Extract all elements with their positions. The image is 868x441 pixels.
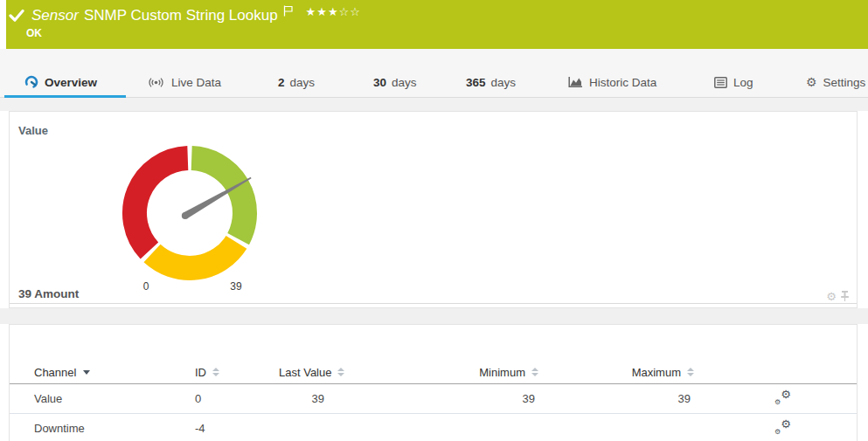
sort-icon <box>212 368 219 376</box>
tab-2-days[interactable]: 2 days <box>278 72 315 92</box>
column-header-last-value-label: Last Value <box>279 366 331 379</box>
tab-log[interactable]: Log <box>714 72 753 92</box>
column-header-channel[interactable]: Channel <box>10 366 195 379</box>
column-header-minimum-label: Minimum <box>479 366 525 379</box>
status-check-icon <box>9 8 24 24</box>
tab-bar: Overview Live Data 2 days 30 days 365 da… <box>0 49 868 98</box>
pin-icon[interactable] <box>840 290 850 302</box>
gauge-channel-title: Value <box>18 124 48 137</box>
table-header-row: Channel ID Last Value Minimum Maximum <box>10 361 857 384</box>
column-header-id[interactable]: ID <box>195 366 279 379</box>
channel-name: Value <box>10 392 195 405</box>
tab-settings[interactable]: ⚙ Settings <box>806 72 865 92</box>
gauge-settings-gear-icon[interactable]: ⚙ <box>826 291 837 302</box>
tab-log-label: Log <box>733 76 753 89</box>
tab-30-days[interactable]: 30 days <box>373 72 417 92</box>
channel-id: -4 <box>195 422 279 435</box>
tab-overview-label: Overview <box>45 76 97 89</box>
overview-gauge-panel: Value 0 39 39 Amount ⚙ <box>9 111 858 308</box>
gauge-segment-yellow <box>152 242 236 268</box>
channel-name: Downtime <box>10 422 195 435</box>
stars-empty: ☆☆ <box>339 5 361 18</box>
channel-maximum: 39 <box>538 392 694 405</box>
sensor-status-header: Sensor SNMP Custom String Lookup ★★★☆☆ O… <box>6 0 868 49</box>
table-row: Value 0 39 39 39 ⚙ ⚙ <box>10 384 857 414</box>
area-chart-icon <box>568 76 583 88</box>
sort-icon <box>337 368 344 376</box>
tab-overview[interactable]: Overview <box>24 72 97 92</box>
tab-365-days-number: 365 <box>466 76 486 89</box>
column-header-maximum-label: Maximum <box>632 366 681 379</box>
object-type-label: Sensor <box>31 7 79 24</box>
tab-2-days-number: 2 <box>278 76 285 89</box>
tab-365-days[interactable]: 365 days <box>466 72 516 92</box>
column-header-minimum[interactable]: Minimum <box>359 366 538 379</box>
tab-historic-data-label: Historic Data <box>589 76 656 89</box>
priority-flag-icon[interactable] <box>283 4 294 20</box>
gauge-segment-red <box>135 158 188 251</box>
broadcast-icon <box>147 76 165 89</box>
channels-table-panel: Channel ID Last Value Minimum Maximum <box>9 324 858 441</box>
tab-2-days-label: days <box>290 76 316 89</box>
divider <box>10 303 857 304</box>
tab-settings-label: Settings <box>823 76 866 89</box>
sort-desc-icon <box>83 370 90 375</box>
gear-icon: ⚙ <box>806 75 817 89</box>
gauge-icon <box>24 75 38 89</box>
tab-live-data[interactable]: Live Data <box>147 72 221 92</box>
priority-stars[interactable]: ★★★☆☆ <box>306 5 361 18</box>
gauge-scale-min: 0 <box>133 280 159 293</box>
tab-30-days-label: days <box>392 76 417 89</box>
column-header-id-label: ID <box>195 366 206 379</box>
tab-30-days-number: 30 <box>373 76 386 89</box>
value-gauge <box>115 139 264 287</box>
sensor-title: SNMP Custom String Lookup <box>84 7 278 24</box>
column-header-last-value[interactable]: Last Value <box>279 366 359 379</box>
channel-minimum: 39 <box>359 392 538 405</box>
tab-365-days-label: days <box>491 76 517 89</box>
channel-settings-gear-icon[interactable]: ⚙ ⚙ <box>774 390 791 405</box>
column-header-maximum[interactable]: Maximum <box>538 366 694 379</box>
channel-settings-gear-icon[interactable]: ⚙ ⚙ <box>774 420 791 435</box>
channels-table: Channel ID Last Value Minimum Maximum <box>10 361 857 441</box>
gauge-caption: 39 Amount <box>18 287 79 300</box>
status-badge: OK <box>26 27 42 39</box>
channel-last-value: 39 <box>279 392 359 405</box>
tab-live-data-label: Live Data <box>171 76 221 89</box>
column-header-channel-label: Channel <box>34 366 76 379</box>
tab-historic-data[interactable]: Historic Data <box>568 72 656 92</box>
stars-filled: ★★★ <box>306 5 339 18</box>
gauge-scale-max: 39 <box>223 280 249 293</box>
spacer <box>0 98 868 111</box>
log-list-icon <box>714 77 727 88</box>
table-row: Downtime -4 ⚙ ⚙ <box>10 414 857 441</box>
channel-id: 0 <box>195 392 279 405</box>
sort-icon <box>531 368 538 376</box>
spacer <box>0 308 868 324</box>
sort-icon <box>687 368 694 376</box>
